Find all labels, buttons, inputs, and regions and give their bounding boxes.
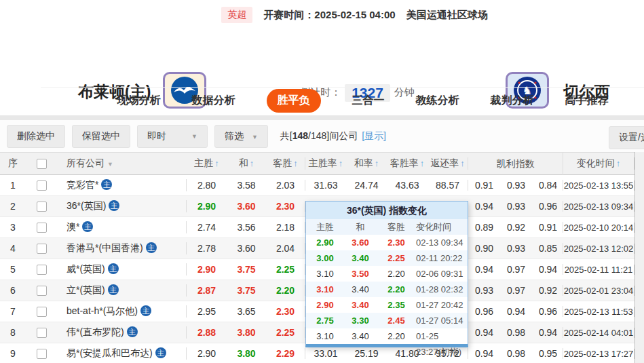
draw-odds: 3.58 xyxy=(227,180,266,191)
company-cell[interactable]: 伟*(直布罗陀)主 xyxy=(57,326,187,339)
sort-asc-icon: ↑ xyxy=(214,158,219,168)
change-time: 2025-02-10 20:14 xyxy=(563,223,634,233)
row-checkbox[interactable] xyxy=(37,265,47,275)
popup-away-odds: 2.20 xyxy=(377,266,416,282)
company-cell[interactable]: 威*(英国)主 xyxy=(57,263,187,275)
kelly-cell: 0.90 0.93 0.85 xyxy=(468,243,563,254)
popup-draw-odds: 3.40 xyxy=(344,250,377,266)
popup-home-odds: 3.00 xyxy=(306,250,344,266)
header-home-rate[interactable]: 主胜率↑ xyxy=(305,157,346,170)
kelly-draw: 0.97 xyxy=(500,264,532,275)
kelly-away: 0.92 xyxy=(532,285,563,296)
sort-asc-icon: ↑ xyxy=(293,158,298,168)
tab-live-analysis[interactable]: 现场分析 xyxy=(117,94,161,108)
header-return-rate[interactable]: 返还率↑ xyxy=(428,157,468,170)
tab-win-draw-lose[interactable]: 胜平负 xyxy=(267,89,321,113)
company-cell[interactable]: 立*(英国)主 xyxy=(57,284,187,297)
kelly-away: 0.91 xyxy=(532,222,563,233)
kelly-home: 0.90 xyxy=(468,243,500,254)
odds-comparison-page: 英超 开赛时间：2025-02-15 04:00 美国运通社区球场 布莱顿(主)… xyxy=(0,0,644,363)
company-cell[interactable]: bet-at-h*(马尔他)主 xyxy=(57,305,187,318)
popup-home-odds: 3.10 xyxy=(306,282,344,297)
popup-header-time: 变化时间 xyxy=(416,219,468,235)
row-checkbox[interactable] xyxy=(37,349,47,359)
main-badge-icon: 主 xyxy=(108,263,119,274)
tab-expert-picks[interactable]: 高手推荐 xyxy=(565,94,609,108)
home-odds: 2.78 xyxy=(187,243,227,254)
header-draw-rate[interactable]: 和率↑ xyxy=(346,157,387,170)
kelly-cell: 0.93 0.97 0.92 xyxy=(468,285,563,296)
row-checkbox[interactable] xyxy=(37,244,47,254)
home-rate: 31.63 xyxy=(305,180,346,191)
venue: 美国运通社区球场 xyxy=(406,9,488,22)
home-odds: 2.74 xyxy=(187,222,227,233)
row-seq: 3 xyxy=(0,222,26,233)
sort-asc-icon: ↑ xyxy=(616,158,621,168)
row-checkbox[interactable] xyxy=(37,286,47,296)
select-all-checkbox[interactable] xyxy=(37,159,47,169)
company-cell[interactable]: 竞彩官*主 xyxy=(57,179,187,191)
popup-row: 3.10 3.40 2.20 01-25 23:27(初指) xyxy=(306,328,468,344)
change-time: 2025-02-13 12:02 xyxy=(563,244,634,254)
keep-selected-button[interactable]: 保留选中 xyxy=(72,125,130,148)
kelly-draw: 0.97 xyxy=(500,285,532,296)
header-draw-odds[interactable]: 和↑ xyxy=(227,157,266,170)
main-badge-icon: 主 xyxy=(127,326,138,337)
row-checkbox[interactable] xyxy=(37,328,47,338)
popup-away-odds: 2.20 xyxy=(377,328,416,344)
draw-odds: 3.60 xyxy=(227,201,266,212)
away-odds: 2.30 xyxy=(266,306,305,317)
header-home-odds[interactable]: 主胜↑ xyxy=(187,157,227,170)
table-row[interactable]: 1 竞彩官*主 2.80 3.58 2.03 31.63 24.74 43.63… xyxy=(0,175,644,196)
popup-change-time: 01-27 05:14 xyxy=(416,313,468,328)
company-cell[interactable]: 易*(安提瓜和巴布达)主 xyxy=(57,347,187,360)
main-badge-icon: 主 xyxy=(82,221,93,232)
time-filter-select[interactable]: 即时 ▼ xyxy=(137,125,208,148)
change-time: 2025-02-13 17:27 xyxy=(563,349,634,359)
company-cell[interactable]: 香港马*(中国香港)主 xyxy=(57,242,187,254)
filter-button[interactable]: 筛选 ▼ xyxy=(214,125,268,148)
change-time: 2025-02-14 04:01 xyxy=(563,328,634,338)
delete-selected-button[interactable]: 删除选中 xyxy=(7,125,65,148)
row-checkbox[interactable] xyxy=(37,223,47,233)
header-away-odds[interactable]: 客胜↑ xyxy=(266,157,305,170)
row-checkbox[interactable] xyxy=(37,202,47,212)
sort-asc-icon: ↑ xyxy=(420,158,425,168)
row-checkbox[interactable] xyxy=(37,307,47,317)
row-checkbox[interactable] xyxy=(37,180,47,191)
kelly-away: 0.94 xyxy=(532,264,563,275)
popup-draw-odds: 3.40 xyxy=(344,282,377,297)
change-time: 2025-02-13 11:53 xyxy=(563,307,634,317)
popup-row: 3.10 3.50 2.20 02-06 09:31 xyxy=(306,266,468,282)
company-cell[interactable]: 澳*主 xyxy=(57,221,187,233)
row-seq: 2 xyxy=(0,201,26,212)
draw-rate: 25.19 xyxy=(346,348,387,359)
settings-select-button[interactable]: 设置/选择 xyxy=(609,126,644,149)
tab-coach-analysis[interactable]: 教练分析 xyxy=(416,94,459,108)
popup-away-odds: 2.45 xyxy=(377,313,416,328)
away-odds: 2.30 xyxy=(266,201,305,212)
away-odds: 2.29 xyxy=(266,348,305,359)
tab-three-in-one[interactable]: 三合一 xyxy=(352,94,385,108)
sort-asc-icon: ↑ xyxy=(339,158,343,168)
kelly-draw: 0.92 xyxy=(500,222,532,233)
show-link[interactable]: [显示] xyxy=(362,130,386,142)
tab-referee-analysis[interactable]: 裁判分析 xyxy=(491,94,534,108)
away-odds: 2.18 xyxy=(266,222,305,233)
header-away-rate[interactable]: 客胜率↑ xyxy=(387,157,428,170)
company-cell[interactable]: 36*(英国)主 xyxy=(57,200,187,212)
kelly-cell: 0.89 0.92 0.91 xyxy=(468,222,563,233)
popup-change-time: 02-06 09:31 xyxy=(416,266,468,282)
home-odds: 2.90 xyxy=(187,201,227,212)
kelly-home: 0.96 xyxy=(468,306,500,317)
header-company[interactable]: 所有公司▼ xyxy=(57,157,187,170)
row-seq: 9 xyxy=(0,348,26,359)
row-seq: 5 xyxy=(0,264,26,275)
header-change-time[interactable]: 变化时间↑ xyxy=(563,157,634,170)
popup-draw-odds: 3.30 xyxy=(344,313,377,328)
tab-data-analysis[interactable]: 数据分析 xyxy=(192,94,235,108)
company-count: 共[148/148]间公司 xyxy=(280,130,358,142)
main-badge-icon: 主 xyxy=(109,200,119,211)
away-odds: 2.04 xyxy=(266,243,305,254)
popup-home-odds: 2.90 xyxy=(306,297,344,313)
